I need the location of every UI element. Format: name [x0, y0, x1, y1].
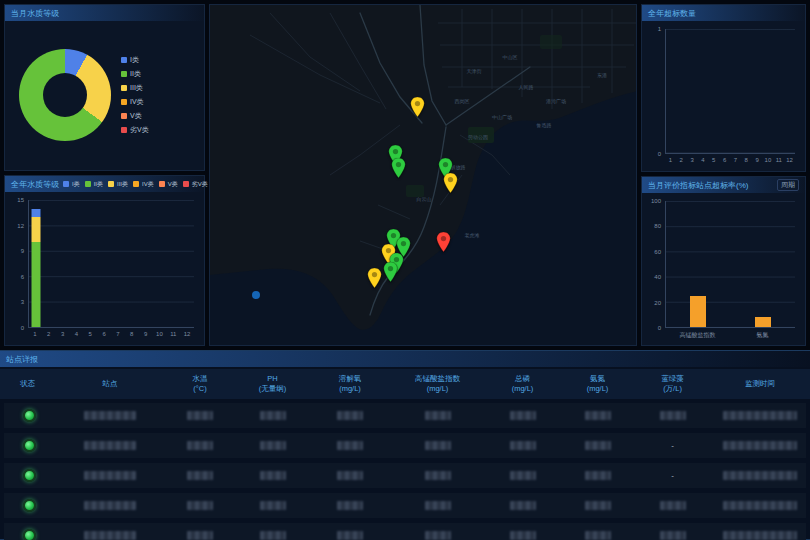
- table-row[interactable]: [4, 403, 806, 428]
- legend-item[interactable]: III类: [121, 83, 149, 93]
- panel-year-exceed-header: 全年超标数量: [642, 5, 805, 21]
- legend-item[interactable]: 劣V类: [121, 125, 149, 135]
- x-tick-label: 8: [745, 157, 748, 163]
- redacted-value: [510, 411, 536, 420]
- year-grade-chart: 03691215 123456789101112: [9, 196, 200, 341]
- x-tick-label: 3: [690, 157, 693, 163]
- station-table-header-bar: 站点详报: [0, 351, 810, 367]
- legend-swatch: [85, 181, 91, 187]
- status-ok-indicator: [23, 499, 36, 512]
- stacked-bar-segment: [31, 217, 40, 242]
- column-header-3: PH(无量纲): [235, 374, 310, 394]
- stacked-bar-segment: [31, 242, 40, 327]
- month-grade-body: I类II类III类IV类V类劣V类: [5, 21, 204, 169]
- x-tick-label: 1: [669, 157, 672, 163]
- data-cell: [165, 471, 235, 480]
- table-rows: --: [0, 399, 810, 540]
- redacted-value: [723, 531, 797, 540]
- panel-station-table: 站点详报 状态站点水温(°C)PH(无量纲)溶解氧(mg/L)高锰酸盐指数(mg…: [0, 350, 810, 540]
- data-cell: [310, 441, 390, 450]
- data-cell: -: [635, 471, 710, 480]
- column-header-unit: (mg/L): [587, 384, 609, 394]
- data-cell: [390, 501, 485, 510]
- x-tick-label: 7: [734, 157, 737, 163]
- data-cell: [390, 411, 485, 420]
- table-row[interactable]: -: [4, 433, 806, 458]
- stacked-bar-segment: [31, 209, 40, 217]
- data-cell: [485, 471, 560, 480]
- data-cell: [560, 501, 635, 510]
- redacted-value: [585, 471, 611, 480]
- month-grade-donut-chart[interactable]: [19, 49, 111, 141]
- legend-swatch: [108, 181, 114, 187]
- legend-swatch: [121, 71, 127, 77]
- month-rate-y-axis: 020406080100: [646, 201, 664, 328]
- data-cell: [55, 501, 165, 510]
- data-cell: [165, 441, 235, 450]
- legend-item[interactable]: I类: [63, 180, 80, 189]
- redacted-value: [723, 441, 797, 450]
- legend-label: I类: [130, 55, 139, 65]
- x-tick-label: 氨氮: [757, 331, 769, 340]
- x-tick-label: 4: [75, 331, 78, 337]
- legend-item[interactable]: V类: [159, 180, 178, 189]
- redacted-value: [84, 471, 136, 480]
- table-row[interactable]: [4, 493, 806, 518]
- x-tick-label: 11: [776, 157, 782, 163]
- year-exceed-chart: 01 123456789101112: [646, 25, 801, 167]
- table-row[interactable]: [4, 523, 806, 540]
- map-container[interactable]: 中山区西岗区人民路天津街港湾广场中山广场劳动公园鲁迅路解放路东港白云山老虎滩: [209, 4, 637, 346]
- column-header-unit: (无量纲): [259, 384, 287, 394]
- x-tick-label: 6: [723, 157, 726, 163]
- panel-year-exceed: 全年超标数量 01 123456789101112: [641, 4, 806, 172]
- period-selector[interactable]: 周期: [777, 179, 799, 191]
- data-cell: [235, 501, 310, 510]
- y-tick-label: 100: [651, 198, 661, 204]
- stacked-bar[interactable]: [31, 200, 40, 327]
- x-tick-label: 11: [170, 331, 176, 337]
- redacted-value: [425, 531, 451, 540]
- legend-label: V类: [130, 111, 142, 121]
- column-header-6: 总磷(mg/L): [485, 374, 560, 394]
- month-grade-legend: I类II类III类IV类V类劣V类: [121, 55, 149, 135]
- redacted-value: [187, 531, 213, 540]
- data-cell: [710, 441, 810, 450]
- y-tick-label: 0: [658, 325, 661, 331]
- redacted-value: [260, 411, 286, 420]
- status-ok-indicator: [23, 529, 36, 540]
- legend-item[interactable]: II类: [85, 180, 103, 189]
- redacted-value: [187, 411, 213, 420]
- status-cell: [4, 469, 55, 482]
- redacted-value: [425, 471, 451, 480]
- year-grade-y-axis: 03691215: [9, 200, 27, 328]
- legend-item[interactable]: V类: [121, 111, 149, 121]
- panel-year-grade: 全年水质等级 I类II类III类IV类V类劣V类 03691215 123456…: [4, 175, 205, 346]
- legend-item[interactable]: IV类: [133, 180, 154, 189]
- map-basemap: [210, 5, 637, 346]
- legend-item[interactable]: II类: [121, 69, 149, 79]
- legend-item[interactable]: 劣V类: [183, 180, 208, 189]
- x-tick-label: 9: [755, 157, 758, 163]
- panel-month-grade-header: 当月水质等级: [5, 5, 204, 21]
- month-rate-chart: 020406080100 高锰酸盐指数氨氮: [646, 197, 801, 341]
- x-tick-label: 9: [144, 331, 147, 337]
- column-header-9: 监测时间: [710, 379, 810, 389]
- legend-item[interactable]: III类: [108, 180, 128, 189]
- y-tick-label: 15: [17, 197, 24, 203]
- redacted-value: [260, 441, 286, 450]
- rate-bar[interactable]: [690, 296, 706, 328]
- y-tick-label: 60: [654, 249, 661, 255]
- redacted-value: [585, 501, 611, 510]
- x-tick-label: 2: [47, 331, 50, 337]
- data-cell: [635, 501, 710, 510]
- table-row[interactable]: -: [4, 463, 806, 488]
- data-cell: [390, 471, 485, 480]
- y-tick-label: 9: [21, 248, 24, 254]
- rate-bar[interactable]: [755, 317, 771, 327]
- redacted-value: [84, 501, 136, 510]
- pin-icon: [436, 232, 451, 253]
- pin-icon: [391, 158, 406, 179]
- legend-item[interactable]: IV类: [121, 97, 149, 107]
- redacted-value: [337, 471, 363, 480]
- legend-item[interactable]: I类: [121, 55, 149, 65]
